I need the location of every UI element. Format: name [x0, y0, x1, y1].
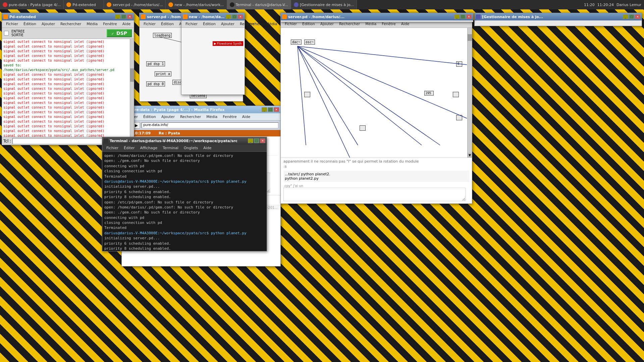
pd-menu-edition[interactable]: Édition [21, 21, 39, 27]
terminal-content[interactable]: open: /home/darius/.pd/gem.conf: No such… [102, 152, 267, 251]
main-scrollbar-thumb[interactable] [468, 34, 472, 41]
new-patch-close-btn[interactable]: ✕ [238, 14, 243, 19]
term-menu-fichier[interactable]: Fichier [104, 145, 121, 151]
ff-menu-aide[interactable]: Aide [239, 114, 253, 120]
pd-scrollbar-thumb[interactable] [130, 68, 134, 82]
term-menu-affichage[interactable]: Affichage [138, 145, 160, 151]
terminal-titlebar: Terminal - darius@darius-V-M4A3000E:~/wo… [102, 137, 267, 144]
main-patch-canvas[interactable]: dac~ osc~ 8 295 [281, 28, 467, 158]
main-scrollbar[interactable]: ▼ [467, 28, 472, 158]
dac-node[interactable]: dac~ [291, 40, 302, 45]
osc-node[interactable]: osc~ [304, 40, 315, 45]
term-max-btn[interactable]: □ [254, 138, 259, 143]
pd-entree-label: ENTREE [11, 29, 25, 33]
pd-tcl-input[interactable] [12, 138, 111, 144]
new-patch-fichier[interactable]: Fichier [183, 21, 200, 27]
server2-min-btn[interactable]: _ [454, 14, 460, 19]
taskbar-tab-2[interactable]: Pd-extended [64, 0, 104, 9]
term-menu-terminal[interactable]: Terminal [160, 145, 181, 151]
node-right2[interactable] [456, 115, 462, 120]
taskbar: pure-data : Pyata (page 4/... Pd-extende… [0, 0, 644, 9]
pd-menu-media[interactable]: Média [84, 21, 100, 27]
patch-resp-py: ...ta/src/ python planet2. [285, 172, 468, 176]
pd-menu-aide[interactable]: Aide [120, 21, 133, 27]
node-bottom-left[interactable] [304, 92, 310, 97]
node-pd-dsp1[interactable]: pd dsp 1 [146, 61, 165, 66]
patch-text-area[interactable] [283, 188, 466, 201]
pd-menu-fenetre[interactable]: Fenêtre [100, 21, 120, 27]
pd-dsp-button[interactable]: ✓ DSP [107, 29, 132, 37]
term-menu-editer[interactable]: Éditer [121, 145, 138, 151]
pd-checkbox[interactable] [4, 31, 9, 36]
term-min-btn[interactable]: _ [248, 138, 253, 143]
url-bar[interactable]: pure-data.info/ [142, 122, 278, 128]
terminal-line-15: darius@darius-V-M4A3000E:~/workspace/pya… [104, 231, 265, 236]
server2-close-btn[interactable]: ✕ [466, 14, 472, 19]
pd-main-content: ENTREE SORTIE ✓ DSP signal outlet connec… [2, 28, 134, 145]
pd-menu-ajouter[interactable]: Ajouter [39, 21, 58, 27]
ff-menu-ajouter[interactable]: Ajouter [159, 114, 177, 120]
gest-min-btn[interactable]: _ [623, 14, 628, 19]
term-close-btn[interactable]: ✕ [260, 138, 265, 143]
node-bot2[interactable] [360, 125, 366, 131]
server-menu-edition[interactable]: Édition [158, 21, 176, 27]
firefox-max-btn[interactable]: □ [268, 107, 273, 112]
taskbar-tab-3[interactable]: server.pd - /home/darius/... [104, 0, 166, 9]
pd-maximize-btn[interactable]: □ [121, 14, 126, 19]
terminal-line-13: closing connection with pd [104, 220, 265, 225]
new-patch-canvas[interactable]: ▶ Flowstone Synth [181, 28, 245, 95]
terminal-line-1: open: ./gem.conf: No such file or direct… [104, 158, 265, 163]
server-menu-fichier[interactable]: Fichier [141, 21, 158, 27]
new-patch-max-btn[interactable]: □ [232, 14, 237, 19]
pd-extended-titlebar: Pd-extended _ □ ✕ [2, 13, 134, 20]
node-right1[interactable]: 8 [456, 61, 462, 67]
pd-close-btn[interactable]: ✕ [127, 14, 132, 19]
ff-menu-media[interactable]: Média [204, 114, 220, 120]
node-295[interactable]: 295 [424, 91, 434, 96]
tab3-icon [107, 2, 111, 7]
tab6-icon [294, 2, 299, 7]
firefox-min-btn[interactable]: _ [262, 107, 267, 112]
taskbar-tab-6[interactable]: [Gestionnaire de mises à jo... [291, 0, 357, 9]
node-print-a[interactable]: print a [155, 71, 171, 76]
node-bottom-right[interactable] [453, 92, 459, 97]
terminal-line-10: open: /home/darius/.pd/gem.conf: No such… [104, 205, 265, 210]
pd-minimize-btn[interactable]: _ [115, 14, 120, 19]
new-patch-media[interactable]: Média [263, 21, 280, 27]
patch-response: ...ta/src/ python planet2. python planet… [283, 171, 469, 182]
patch-bottom-text: .cpy" j'ai un [283, 184, 469, 202]
new-patch-rechercher[interactable]: Rechercher [237, 21, 263, 27]
taskbar-tab-1[interactable]: pure-data : Pyata (page 4/... [0, 0, 64, 9]
pd-menubar: Fichier Édition Ajouter Rechercher Média… [2, 20, 134, 28]
gest-close-btn[interactable]: ✕ [635, 14, 640, 19]
pd-log-line-15: signal outlet connect to nonsignal inlet… [3, 115, 128, 119]
server2-max-btn[interactable]: □ [460, 14, 466, 19]
main-scroll-down[interactable]: ▼ [468, 153, 472, 158]
gest-titlebar: [Gestionnaire de mises à jo... _ □ ✕ [475, 13, 642, 20]
gest-icon [476, 14, 481, 19]
taskbar-tab-4[interactable]: new - /home/darius/work... [166, 0, 227, 9]
firefox-close-btn[interactable]: ✕ [274, 107, 279, 112]
node-pd-dsp0[interactable]: pd dsp 0 [146, 81, 165, 86]
pd-menu-fichier[interactable]: Fichier [3, 21, 21, 27]
tab1-label: pure-data : Pyata (page 4/... [9, 3, 61, 7]
new-patch-edition[interactable]: Édition [200, 21, 218, 27]
pd-extended-window: Pd-extended _ □ ✕ Fichier Édition Ajoute… [2, 13, 134, 145]
node-loadbang-1[interactable]: loadbang [153, 33, 172, 38]
pd-log-line-14: signal outlet connect to nonsignal inlet… [3, 110, 128, 115]
term-menu-aide[interactable]: Aide [201, 145, 214, 151]
gest-title: [Gestionnaire de mises à jo... [482, 15, 623, 19]
pd-log-line-17: signal outlet connect to nonsignal inlet… [3, 124, 128, 129]
taskbar-tab-5[interactable]: Terminal - darius@darius-V... [227, 0, 291, 9]
ff-menu-fenetre[interactable]: Fenêtre [220, 114, 239, 120]
gest-max-btn[interactable]: □ [629, 14, 634, 19]
ff-menu-edition[interactable]: Édition [141, 114, 159, 120]
new-patch-min-btn[interactable]: _ [226, 14, 231, 19]
new-patch-ajouter[interactable]: Ajouter [218, 21, 237, 27]
pd-scrollbar[interactable] [130, 39, 134, 137]
ff-menu-rechercher[interactable]: Rechercher [177, 114, 204, 120]
pd-menu-rechercher[interactable]: Rechercher [58, 21, 84, 27]
term-menu-onglets[interactable]: Onglets [181, 145, 201, 151]
terminal-line-17: priority 6 scheduling enabled. [104, 241, 265, 246]
pd-log-line-10: signal outlet connect to nonsignal inlet… [3, 91, 128, 96]
